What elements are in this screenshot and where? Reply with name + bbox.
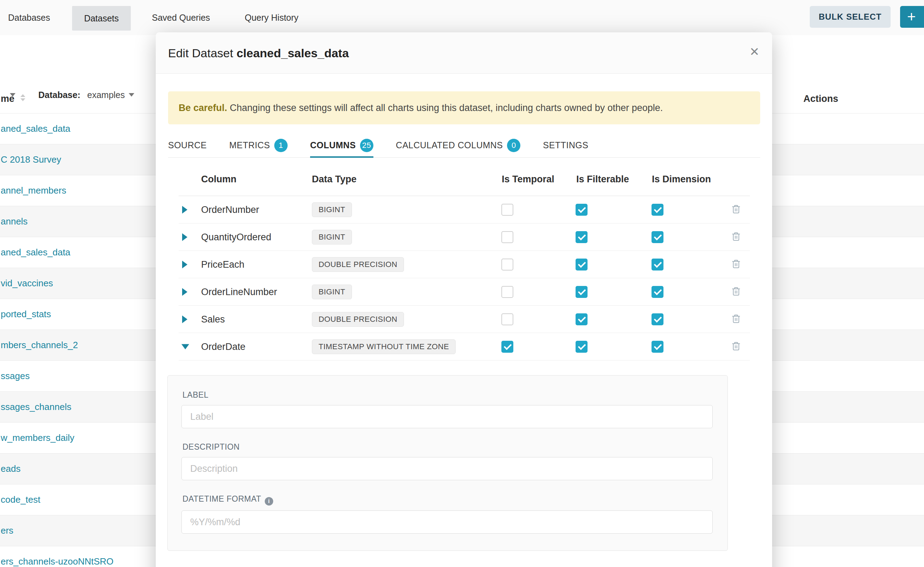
dataset-link[interactable]: aned_sales_data — [0, 123, 70, 134]
trash-icon[interactable] — [731, 341, 741, 352]
dataset-link[interactable]: w_members_daily — [0, 432, 75, 443]
warning-bold-text: Be careful. — [179, 103, 227, 113]
edit-dataset-modal: Edit Dataset cleaned_sales_data ✕ Be car… — [156, 32, 772, 567]
is-temporal-checkbox[interactable] — [501, 314, 513, 325]
column-name: OrderNumber — [201, 204, 259, 215]
is-temporal-checkbox[interactable] — [501, 258, 513, 270]
is-dimension-checkbox[interactable] — [652, 286, 664, 298]
collapse-caret-icon[interactable] — [181, 344, 189, 349]
is-filterable-checkbox[interactable] — [576, 231, 587, 243]
columns-count-badge: 25 — [360, 139, 373, 152]
is-temporal-checkbox[interactable] — [501, 204, 513, 216]
expand-caret-icon[interactable] — [182, 233, 187, 241]
dataset-link[interactable]: ported_stats — [0, 309, 51, 320]
is-temporal-header: Is Temporal — [502, 174, 554, 184]
datetime-format-label-text: DATETIME FORMAT — [182, 494, 261, 503]
trash-icon[interactable] — [731, 231, 741, 242]
table-row: QuantityOrdered BIGINT — [179, 224, 750, 251]
modal-header: Edit Dataset cleaned_sales_data ✕ — [156, 32, 772, 74]
is-temporal-checkbox[interactable] — [501, 341, 513, 353]
columns-table: Column Data Type Is Temporal Is Filterab… — [179, 162, 750, 360]
tab-label: METRICS — [229, 140, 270, 150]
dataset-link[interactable]: ssages — [0, 370, 30, 381]
close-icon[interactable]: ✕ — [749, 46, 760, 58]
sort-icon[interactable] — [20, 93, 25, 103]
label-input[interactable] — [181, 405, 713, 428]
expand-caret-icon[interactable] — [182, 206, 187, 214]
dataset-link[interactable]: vid_vaccines — [0, 278, 53, 289]
bulk-select-button[interactable]: BULK SELECT — [810, 6, 891, 28]
dataset-link[interactable]: ssages_channels — [0, 402, 71, 412]
column-name: OrderDate — [201, 341, 245, 352]
datasets-page: Databases Datasets Saved Queries Query H… — [0, 0, 924, 567]
info-icon[interactable]: i — [265, 497, 273, 506]
dataset-link[interactable]: ers_channels-uzooNNtSRO — [0, 556, 114, 567]
table-row-expanded: OrderDate TIMESTAMP WITHOUT TIME ZONE — [179, 333, 750, 360]
dataset-link[interactable]: C 2018 Survey — [0, 154, 61, 165]
table-row: PriceEach DOUBLE PRECISION — [179, 251, 750, 278]
tab-source[interactable]: SOURCE — [168, 134, 207, 158]
column-name: PriceEach — [201, 259, 244, 270]
is-dimension-checkbox[interactable] — [652, 204, 664, 216]
sort-asc-icon — [20, 94, 25, 97]
sort-desc-icon — [20, 98, 25, 101]
modal-title-prefix: Edit Dataset — [168, 46, 236, 60]
tab-calculated-columns[interactable]: CALCULATED COLUMNS 0 — [396, 134, 521, 158]
tab-metrics[interactable]: METRICS 1 — [229, 134, 287, 158]
plus-icon: + — [907, 8, 916, 25]
trash-icon[interactable] — [731, 204, 741, 215]
actions-column-header: Actions — [804, 93, 838, 104]
label-field-label: LABEL — [182, 390, 209, 400]
is-dimension-checkbox[interactable] — [652, 341, 664, 353]
data-type-pill: DOUBLE PRECISION — [312, 257, 404, 272]
nav-item-datasets[interactable]: Datasets — [72, 6, 131, 31]
datetime-format-input[interactable] — [181, 510, 713, 534]
is-filterable-checkbox[interactable] — [576, 314, 587, 325]
is-filterable-checkbox[interactable] — [576, 204, 587, 216]
column-name: QuantityOrdered — [201, 231, 271, 242]
column-detail-panel: LABEL DESCRIPTION DATETIME FORMATi — [167, 375, 728, 551]
is-filterable-checkbox[interactable] — [576, 258, 587, 270]
column-name: Sales — [201, 314, 225, 325]
data-type-pill: TIMESTAMP WITHOUT TIME ZONE — [312, 339, 456, 354]
add-dataset-button[interactable]: + — [900, 6, 924, 28]
trash-icon[interactable] — [731, 314, 741, 325]
table-row: OrderNumber BIGINT — [179, 196, 750, 224]
is-temporal-checkbox[interactable] — [501, 231, 513, 243]
is-filterable-checkbox[interactable] — [576, 341, 587, 353]
warning-banner: Be careful. Changing these settings will… — [168, 92, 760, 124]
modal-title: Edit Dataset cleaned_sales_data — [168, 46, 349, 60]
trash-icon[interactable] — [731, 286, 741, 297]
trash-icon[interactable] — [731, 259, 741, 270]
columns-table-header: Column Data Type Is Temporal Is Filterab… — [179, 162, 750, 196]
dataset-link[interactable]: eads — [0, 464, 20, 474]
column-header: Column — [201, 174, 236, 184]
dataset-link[interactable]: mbers_channels_2 — [0, 340, 78, 351]
is-dimension-checkbox[interactable] — [652, 258, 664, 270]
expand-caret-icon[interactable] — [182, 288, 187, 296]
column-name: OrderLineNumber — [201, 286, 277, 297]
data-type-pill: BIGINT — [312, 202, 352, 217]
nav-item-databases[interactable]: Databases — [8, 0, 50, 35]
warning-text: Changing these settings will affect all … — [227, 103, 663, 113]
data-type-pill: BIGINT — [312, 230, 352, 244]
expand-caret-icon[interactable] — [182, 261, 187, 268]
dataset-link[interactable]: annels — [0, 216, 28, 227]
nav-item-saved-queries[interactable]: Saved Queries — [152, 0, 210, 35]
nav-item-query-history[interactable]: Query History — [245, 0, 298, 35]
dataset-link[interactable]: aned_sales_data — [0, 247, 70, 258]
is-dimension-checkbox[interactable] — [652, 231, 664, 243]
dataset-link[interactable]: code_test — [0, 494, 41, 505]
expand-caret-icon[interactable] — [182, 315, 187, 323]
is-dimension-header: Is Dimension — [652, 174, 711, 184]
is-temporal-checkbox[interactable] — [501, 286, 513, 298]
dataset-link[interactable]: annel_members — [0, 185, 66, 196]
tab-settings[interactable]: SETTINGS — [543, 134, 588, 158]
modal-tabs: SOURCE METRICS 1 COLUMNS 25 CALCULATED C… — [168, 134, 760, 158]
is-dimension-checkbox[interactable] — [652, 314, 664, 325]
description-input[interactable] — [181, 457, 713, 480]
tab-columns[interactable]: COLUMNS 25 — [310, 134, 373, 158]
is-filterable-checkbox[interactable] — [576, 286, 587, 298]
dataset-link[interactable]: ers — [0, 525, 14, 536]
metrics-count-badge: 1 — [274, 139, 287, 152]
